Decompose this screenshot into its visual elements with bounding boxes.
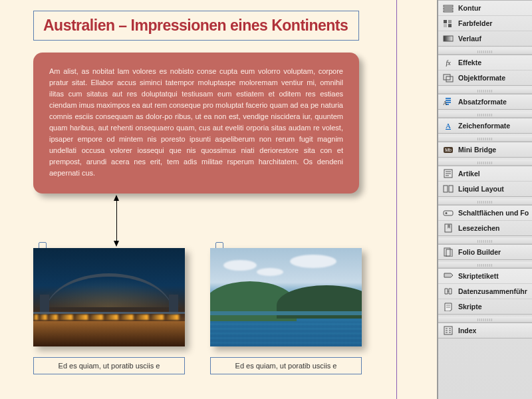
page-title: Australien – Impressionen eines Kontinen… bbox=[43, 17, 349, 35]
panel-label: Schaltflächen und Fo bbox=[458, 209, 529, 217]
panel-folio-builder[interactable]: Folio Builder bbox=[438, 245, 532, 259]
panel-label: Lesezeichen bbox=[458, 224, 499, 232]
panel-grip[interactable]: ıııııııı bbox=[438, 112, 532, 118]
image-frame-island[interactable] bbox=[210, 248, 362, 346]
paragraph-styles-icon: A bbox=[443, 97, 454, 106]
panel-grip[interactable]: ıııııııı bbox=[438, 160, 532, 166]
panel-grip[interactable]: ıııııııı bbox=[438, 88, 532, 94]
image-row: Ed es quiam, ut poratib usciis e Ed es q… bbox=[33, 248, 386, 374]
panel-absatzformate[interactable]: A Absatzformate bbox=[438, 94, 532, 109]
character-styles-icon: A bbox=[443, 121, 454, 130]
panel-label: Verlauf bbox=[458, 35, 481, 43]
svg-rect-0 bbox=[444, 5, 453, 7]
panel-index[interactable]: Index bbox=[438, 323, 532, 338]
image-frame-bridge[interactable] bbox=[33, 248, 185, 346]
intro-paragraph: Am alist, as nobitat lam volores es nobi… bbox=[49, 66, 343, 179]
measure-line bbox=[116, 196, 117, 245]
panel-label: Datenzusammenführ bbox=[458, 287, 527, 295]
stroke-icon bbox=[443, 3, 454, 13]
caption-frame-2[interactable]: Ed es quiam, ut poratib usciis e bbox=[210, 357, 362, 374]
liquid-layout-icon bbox=[443, 184, 454, 194]
intro-text-box[interactable]: Am alist, as nobitat lam volores es nobi… bbox=[33, 53, 359, 194]
island-sea-image bbox=[210, 248, 362, 346]
panel-zeichenformate[interactable]: A Zeichenformate bbox=[438, 118, 532, 133]
panel-label: Farbfelder bbox=[458, 19, 492, 27]
panel-liquid-layout[interactable]: Liquid Layout bbox=[438, 182, 532, 196]
panel-grip[interactable]: ıııııııı bbox=[438, 238, 532, 244]
svg-rect-3 bbox=[444, 20, 447, 23]
svg-text:A: A bbox=[443, 100, 448, 106]
panel-label: Liquid Layout bbox=[458, 185, 504, 193]
panel-effekte[interactable]: fx Effekte bbox=[438, 55, 532, 70]
panel-label: Absatzformate bbox=[458, 98, 507, 106]
svg-rect-12 bbox=[444, 186, 448, 192]
panel-artikel[interactable]: Artikel bbox=[438, 166, 532, 182]
panel-minibridge[interactable]: Mb Mini Bridge bbox=[438, 142, 532, 157]
panel-objektformate[interactable]: Objektformate bbox=[438, 70, 532, 85]
articles-icon bbox=[443, 169, 454, 178]
svg-rect-8 bbox=[444, 74, 450, 80]
svg-rect-6 bbox=[448, 24, 452, 27]
effects-icon: fx bbox=[443, 58, 454, 67]
panel-label: Zeichenformate bbox=[458, 122, 510, 130]
panel-label: Mini Bridge bbox=[458, 146, 496, 154]
panel-farbfelder[interactable]: Farbfelder bbox=[438, 16, 532, 31]
object-styles-icon bbox=[443, 73, 454, 82]
panel-skriptetikett[interactable]: Skriptetikett bbox=[438, 269, 532, 284]
index-icon bbox=[443, 326, 454, 335]
title-frame[interactable]: Australien – Impressionen eines Kontinen… bbox=[33, 11, 359, 41]
svg-rect-2 bbox=[444, 11, 453, 12]
svg-rect-1 bbox=[444, 8, 453, 9]
caption-1: Ed es quiam, ut poratib usciis e bbox=[59, 362, 160, 370]
panel-kontur[interactable]: Kontur bbox=[438, 1, 532, 16]
caption-2: Ed es quiam, ut poratib usciis e bbox=[235, 362, 337, 370]
folio-icon bbox=[443, 247, 454, 257]
panel-schaltflaechen[interactable]: Schaltflächen und Fo bbox=[438, 205, 532, 221]
panel-label: Kontur bbox=[458, 4, 481, 12]
data-merge-icon bbox=[443, 287, 454, 296]
script-label-icon bbox=[443, 271, 454, 281]
panel-label: Skriptetikett bbox=[458, 272, 499, 280]
panel-verlauf[interactable]: Verlauf bbox=[438, 31, 532, 46]
svg-rect-9 bbox=[446, 76, 453, 82]
arrow-down-icon bbox=[114, 241, 119, 247]
panel-label: Artikel bbox=[458, 170, 480, 178]
panel-label: Objektformate bbox=[458, 74, 505, 82]
swatches-icon bbox=[443, 19, 454, 28]
svg-rect-19 bbox=[444, 327, 452, 334]
panel-grip[interactable]: ıııııııı bbox=[438, 199, 532, 205]
bridge-night-image bbox=[33, 248, 185, 346]
panel-label: Index bbox=[458, 327, 476, 334]
svg-rect-4 bbox=[448, 20, 452, 23]
document-canvas[interactable]: Australien – Impressionen eines Kontinen… bbox=[0, 0, 438, 399]
panel-grip[interactable]: ıııııııı bbox=[438, 49, 532, 55]
gradient-icon bbox=[443, 34, 454, 43]
scripts-icon bbox=[443, 302, 454, 311]
svg-rect-18 bbox=[446, 249, 452, 257]
svg-point-15 bbox=[446, 212, 448, 214]
panel-lesezeichen[interactable]: Lesezeichen bbox=[438, 221, 532, 235]
minibridge-icon: Mb bbox=[443, 145, 454, 154]
vertical-spacing-indicator[interactable] bbox=[33, 194, 359, 248]
bookmarks-icon bbox=[443, 223, 454, 233]
panel-skripte[interactable]: Skripte bbox=[438, 299, 532, 314]
panel-group-color: Kontur Farbfelder Verlauf bbox=[438, 0, 532, 47]
buttons-forms-icon bbox=[443, 208, 454, 217]
svg-rect-13 bbox=[449, 186, 453, 192]
panel-datenzusammen[interactable]: Datenzusammenführ bbox=[438, 284, 532, 299]
caption-frame-1[interactable]: Ed es quiam, ut poratib usciis e bbox=[33, 357, 185, 374]
panel-label: Folio Builder bbox=[458, 248, 501, 256]
panel-grip[interactable]: ıııııııı bbox=[438, 262, 532, 268]
svg-rect-7 bbox=[444, 36, 453, 41]
svg-rect-5 bbox=[444, 24, 447, 27]
panel-grip[interactable]: ıııııııı bbox=[438, 317, 532, 323]
panels-dock: Kontur Farbfelder Verlauf ıııııııı fx Ef… bbox=[438, 0, 532, 399]
svg-rect-14 bbox=[444, 211, 453, 215]
panel-label: Effekte bbox=[458, 59, 481, 66]
panel-label: Skripte bbox=[458, 303, 482, 311]
panel-grip[interactable]: ıııııııı bbox=[438, 136, 532, 142]
